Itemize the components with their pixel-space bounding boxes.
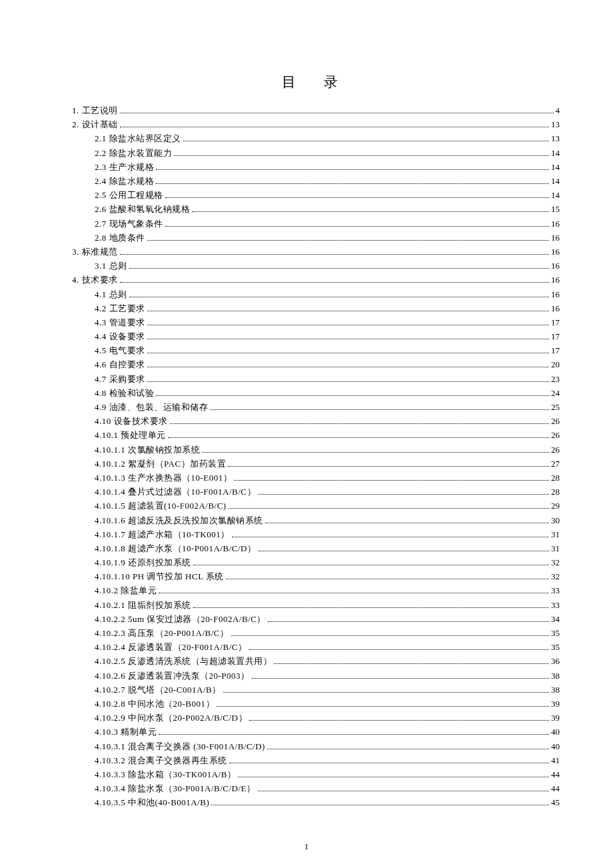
toc-entry-label: 2.8 地质条件 <box>95 233 145 242</box>
toc-entry[interactable]: 4.10.2.8 中间水池（20-B001）39 <box>72 699 560 708</box>
toc-entry[interactable]: 4.10.3.2 混合离子交换器再生系统41 <box>72 756 560 765</box>
toc-entry[interactable]: 4.2 工艺要求16 <box>72 304 560 313</box>
toc-entry[interactable]: 4.10.1.5 超滤装置(10-F002A/B/C)29 <box>72 501 560 510</box>
document-page: 目 录 1. 工艺说明42. 设计基础132.1 除盐水站界区定义132.2 除… <box>0 0 613 868</box>
toc-entry[interactable]: 4.10.2.2 5um 保安过滤器（20-F002A/B/C）34 <box>72 615 560 623</box>
toc-entry[interactable]: 2.7 现场气象条件16 <box>72 219 560 228</box>
toc-entry[interactable]: 4.10 设备技术要求26 <box>72 417 560 425</box>
toc-entry[interactable]: 3.1 总则16 <box>72 261 560 270</box>
toc-leader-dots <box>159 729 549 735</box>
toc-entry[interactable]: 4.10.1 预处理单元26 <box>72 431 560 439</box>
toc-entry[interactable]: 4. 技术要求16 <box>72 275 560 284</box>
toc-entry[interactable]: 4.3 管道要求17 <box>72 318 560 327</box>
toc-entry-page: 35 <box>551 643 560 651</box>
toc-entry[interactable]: 2.2 除盐水装置能力14 <box>72 149 560 157</box>
toc-leader-dots <box>120 277 550 283</box>
toc-entry-label: 4.9 油漆、包装、运输和储存 <box>95 403 208 411</box>
toc-entry[interactable]: 4.10.3.5 中和池(40-B001A/B)45 <box>72 798 560 807</box>
toc-leader-dots <box>252 672 549 678</box>
toc-entry[interactable]: 4.10.3.3 除盐水箱（30-TK001A/B）44 <box>72 770 560 779</box>
toc-leader-dots <box>147 375 550 381</box>
toc-entry-page: 14 <box>551 163 560 171</box>
toc-leader-dots <box>202 446 549 452</box>
toc-entry[interactable]: 2.3 生产水规格14 <box>72 163 560 171</box>
toc-entry[interactable]: 4.10.2.4 反渗透装置（20-F001A/B/C）35 <box>72 643 560 651</box>
toc-entry[interactable]: 4.10.2.5 反渗透清洗系统（与超滤装置共用）36 <box>72 657 560 665</box>
toc-entry[interactable]: 4.10.1.7 超滤产水箱（10-TK001）31 <box>72 530 560 539</box>
toc-entry[interactable]: 4.8 检验和试验24 <box>72 389 560 397</box>
toc-entry-label: 4.10.3.3 除盐水箱（30-TK001A/B） <box>95 770 236 779</box>
toc-leader-dots <box>234 475 549 481</box>
toc-leader-dots <box>249 715 549 721</box>
toc-entry-page: 14 <box>551 177 560 185</box>
toc-entry[interactable]: 4.7 采购要求23 <box>72 375 560 383</box>
toc-entry[interactable]: 4.10.1.10 PH 调节投加 HCL 系统32 <box>72 572 560 581</box>
toc-entry[interactable]: 4.10.1.4 叠片式过滤器（10-F001A/B/C）28 <box>72 487 560 496</box>
toc-entry-label: 4.10.2.8 中间水池（20-B001） <box>95 699 215 708</box>
toc-entry[interactable]: 4.4 设备要求17 <box>72 332 560 341</box>
toc-entry-label: 4.7 采购要求 <box>95 375 145 383</box>
toc-entry-page: 39 <box>551 713 560 722</box>
toc-entry[interactable]: 4.10.2.6 反渗透装置冲洗泵（20-P003）38 <box>72 671 560 680</box>
toc-entry-label: 3. 标准规范 <box>72 247 118 256</box>
toc-entry-label: 4.3 管道要求 <box>95 318 145 327</box>
toc-leader-dots <box>147 361 550 367</box>
toc-entry[interactable]: 4.10.1.3 生产水换热器（10-E001）28 <box>72 473 560 482</box>
toc-entry-page: 15 <box>551 205 560 213</box>
toc-entry-page: 33 <box>551 601 560 609</box>
toc-entry-label: 4.10.1.2 絮凝剂（PAC）加药装置 <box>95 459 226 468</box>
toc-entry-label: 4.10.2.4 反渗透装置（20-F001A/B/C） <box>95 643 247 651</box>
toc-leader-dots <box>265 517 550 523</box>
toc-entry[interactable]: 4.5 电气要求17 <box>72 346 560 355</box>
toc-entry-page: 44 <box>551 770 560 779</box>
toc-entry[interactable]: 4.10.2.1 阻垢剂投加系统33 <box>72 601 560 609</box>
toc-leader-dots <box>183 135 550 141</box>
toc-entry[interactable]: 4.10.1.6 超滤反洗及反洗投加次氯酸钠系统30 <box>72 516 560 525</box>
toc-entry[interactable]: 4.10.1.2 絮凝剂（PAC）加药装置27 <box>72 459 560 468</box>
toc-entry-page: 41 <box>551 756 560 765</box>
toc-entry-label: 4.10.2.5 反渗透清洗系统（与超滤装置共用） <box>95 657 272 665</box>
toc-entry[interactable]: 4.10.1.1 次氯酸钠投加系统26 <box>72 445 560 454</box>
toc-entry-label: 4.10.1.8 超滤产水泵（10-P001A/B/C/D） <box>95 544 257 553</box>
toc-entry[interactable]: 3. 标准规范16 <box>72 247 560 256</box>
toc-entry-page: 16 <box>551 233 560 242</box>
toc-leader-dots <box>120 249 550 255</box>
toc-entry[interactable]: 2.6 盐酸和氢氧化钠规格15 <box>72 205 560 213</box>
toc-leader-dots <box>168 432 549 438</box>
toc-entry-page: 17 <box>551 332 560 341</box>
toc-entry-page: 34 <box>551 615 560 623</box>
toc-entry-label: 4.10.2.1 阻垢剂投加系统 <box>95 601 191 609</box>
toc-entry-label: 4.10.2.7 脱气塔（20-C001A/B） <box>95 685 221 694</box>
toc-leader-dots <box>147 305 550 311</box>
toc-entry[interactable]: 1. 工艺说明4 <box>72 106 560 115</box>
toc-entry[interactable]: 4.10.2 除盐单元33 <box>72 586 560 595</box>
toc-entry[interactable]: 4.10.2.9 中间水泵（20-P002A/B/C/D）39 <box>72 713 560 722</box>
toc-entry[interactable]: 4.9 油漆、包装、运输和储存25 <box>72 403 560 411</box>
toc-leader-dots <box>258 785 549 791</box>
toc-entry[interactable]: 4.6 自控要求20 <box>72 360 560 369</box>
toc-entry[interactable]: 4.10.3.1 混合离子交换器 (30-F001A/B/C/D)40 <box>72 742 560 751</box>
toc-entry-label: 4.10.2 除盐单元 <box>95 586 157 595</box>
toc-entry[interactable]: 4.10.2.3 高压泵（20-P001A/B/C）35 <box>72 629 560 637</box>
toc-title: 目 录 <box>72 73 560 91</box>
toc-entry-page: 26 <box>551 431 560 439</box>
toc-entry[interactable]: 4.10.3.4 除盐水泵（30-P001A/B/C/D/E）44 <box>72 784 560 793</box>
toc-entry[interactable]: 4.10.2.7 脱气塔（20-C001A/B）38 <box>72 685 560 694</box>
toc-entry[interactable]: 2.5 公用工程规格14 <box>72 191 560 199</box>
toc-entry[interactable]: 2.8 地质条件16 <box>72 233 560 242</box>
toc-entry[interactable]: 2.4 除盐水规格14 <box>72 177 560 185</box>
toc-entry-label: 4.10.2.2 5um 保安过滤器（20-F002A/B/C） <box>95 615 266 623</box>
toc-entry-label: 4.10.1.10 PH 调节投加 HCL 系统 <box>95 572 224 581</box>
toc-entry-page: 32 <box>551 558 560 567</box>
toc-entry[interactable]: 2.1 除盐水站界区定义13 <box>72 134 560 143</box>
toc-entry[interactable]: 4.10.3 精制单元40 <box>72 727 560 736</box>
toc-entry[interactable]: 4.10.1.8 超滤产水泵（10-P001A/B/C/D）31 <box>72 544 560 553</box>
toc-entry-label: 4.10.1.3 生产水换热器（10-E001） <box>95 473 232 482</box>
toc-entry[interactable]: 4.10.1.9 还原剂投加系统32 <box>72 558 560 567</box>
toc-entry-page: 16 <box>551 219 560 228</box>
toc-entry-page: 16 <box>551 290 560 299</box>
toc-entry[interactable]: 4.1 总则16 <box>72 290 560 299</box>
toc-entry[interactable]: 2. 设计基础13 <box>72 120 560 129</box>
toc-leader-dots <box>249 644 549 650</box>
toc-entry-label: 1. 工艺说明 <box>72 106 118 115</box>
